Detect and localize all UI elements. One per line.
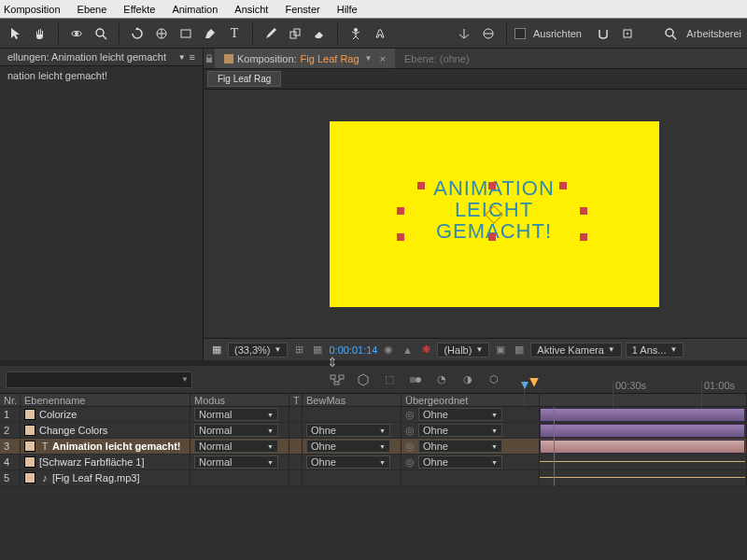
pen-tool-icon[interactable]: [200, 23, 220, 44]
pickwhip-icon[interactable]: ◎: [405, 409, 415, 421]
timecode[interactable]: 0:00:01:14: [329, 344, 377, 356]
resize-grip-icon[interactable]: ⇕: [327, 355, 338, 370]
mode-dropdown[interactable]: Normal▼: [194, 440, 278, 453]
workspace-label[interactable]: Arbeitsberei: [686, 28, 741, 39]
parent-dropdown[interactable]: Ohne▼: [418, 424, 502, 437]
fast-preview-icon[interactable]: ▣: [493, 343, 508, 356]
frame-blend-icon[interactable]: ⬚: [381, 371, 398, 388]
layer-name-cell[interactable]: Colorize: [21, 407, 190, 422]
menu-layer[interactable]: Ebene: [78, 4, 107, 15]
puppet-tool-icon[interactable]: [345, 23, 366, 44]
grid-icon[interactable]: ▦: [310, 343, 325, 356]
comp-viewer[interactable]: ANIMATION LEICHT GEMACHT!: [204, 90, 747, 338]
selection-handle[interactable]: [488, 182, 496, 189]
brush-tool-icon[interactable]: [261, 23, 281, 44]
roi-icon[interactable]: ⊞: [291, 343, 306, 356]
orbit-tool-icon[interactable]: [66, 23, 87, 44]
clone-tool-icon[interactable]: [285, 23, 305, 44]
layer-name-cell[interactable]: Change Colors: [21, 423, 190, 438]
always-preview-icon[interactable]: ▦: [209, 343, 224, 356]
layer-name-cell[interactable]: ♪[Fig Leaf Rag.mp3]: [21, 470, 190, 485]
layer-bar[interactable]: [540, 461, 745, 462]
layer-bar[interactable]: [540, 424, 745, 438]
selection-tool-icon[interactable]: [6, 23, 26, 44]
zoom-tool-icon[interactable]: [91, 23, 111, 44]
comp-tab-active[interactable]: Komposition: Fig Leaf Rag ▼ ×: [215, 49, 395, 68]
comp-canvas[interactable]: ANIMATION LEICHT GEMACHT!: [330, 121, 659, 307]
chevron-down-icon[interactable]: ▼: [365, 54, 373, 63]
pan-behind-tool-icon[interactable]: [151, 23, 172, 44]
rotate-tool-icon[interactable]: [127, 23, 148, 44]
timeline-tracks[interactable]: [540, 407, 747, 486]
col-nr[interactable]: Nr.: [0, 394, 21, 406]
parent-dropdown[interactable]: Ohne▼: [418, 455, 502, 469]
camera-dropdown[interactable]: Aktive Kamera▼: [530, 343, 621, 357]
menu-composition[interactable]: Komposition: [4, 4, 61, 15]
color-label[interactable]: [24, 456, 35, 468]
draft3d-icon[interactable]: [355, 371, 372, 388]
pickwhip-icon[interactable]: ◎: [405, 456, 415, 469]
selection-handle[interactable]: [397, 233, 404, 241]
align-checkbox[interactable]: [514, 28, 526, 39]
color-mgmt-icon[interactable]: ❋: [418, 343, 433, 356]
type-tool-icon[interactable]: T: [224, 23, 245, 44]
graph-editor-icon[interactable]: ◔: [433, 371, 450, 388]
snap-extend-icon[interactable]: [617, 23, 638, 44]
panel-menu-icon[interactable]: ≡: [190, 51, 195, 63]
trkmat-dropdown[interactable]: Ohne▼: [306, 424, 390, 437]
parent-dropdown[interactable]: Ohne▼: [418, 408, 502, 421]
views-dropdown[interactable]: 1 Ans...▼: [626, 343, 684, 357]
chevron-down-icon[interactable]: ▼: [181, 375, 189, 384]
layer-name-cell[interactable]: [Schwarz Farbfläche 1]: [21, 455, 190, 469]
selection-handle[interactable]: [580, 233, 587, 241]
panel-split-handle[interactable]: ⇕: [0, 360, 747, 366]
mode-dropdown[interactable]: Normal▼: [194, 408, 278, 421]
selection-handle[interactable]: [397, 207, 404, 215]
comp-tab-layer[interactable]: Ebene: (ohne): [395, 49, 479, 68]
effect-name[interactable]: nation leicht gemacht!: [7, 70, 107, 81]
channel-icon[interactable]: ▲: [400, 344, 415, 356]
hand-tool-icon[interactable]: [30, 23, 50, 44]
selection-handle[interactable]: [580, 207, 587, 215]
comp-subtab[interactable]: Fig Leaf Rag: [207, 71, 281, 87]
layer-name-cell[interactable]: TAnimation leicht gemacht!: [21, 439, 190, 454]
menu-effects[interactable]: Effekte: [123, 4, 155, 15]
layer-bar[interactable]: [540, 408, 745, 422]
selection-handle[interactable]: [559, 182, 567, 189]
col-trkmat[interactable]: BewMas: [303, 394, 402, 406]
motion-blur-icon[interactable]: [407, 371, 424, 388]
layer-bar[interactable]: [540, 440, 745, 454]
menu-animation[interactable]: Animation: [172, 4, 218, 15]
timeline-search-input[interactable]: [6, 371, 192, 388]
selection-handle[interactable]: [488, 233, 496, 241]
lock-icon[interactable]: [204, 49, 215, 68]
col-t[interactable]: T: [289, 394, 303, 406]
color-label[interactable]: [24, 425, 35, 436]
resolution-dropdown[interactable]: (Halb)▼: [437, 343, 489, 357]
world-axis-icon[interactable]: [478, 23, 499, 44]
menu-window[interactable]: Fenster: [285, 4, 319, 15]
rect-tool-icon[interactable]: [176, 23, 196, 44]
layer-bar[interactable]: [540, 477, 745, 478]
chevron-down-icon[interactable]: ▼: [178, 53, 186, 62]
col-mode[interactable]: Modus: [190, 394, 289, 406]
color-label[interactable]: [24, 409, 35, 420]
menu-view[interactable]: Ansicht: [234, 4, 268, 15]
local-axis-icon[interactable]: [454, 23, 474, 44]
mode-dropdown[interactable]: Normal▼: [194, 424, 278, 437]
col-name[interactable]: Ebenenname: [21, 394, 190, 406]
parent-dropdown[interactable]: Ohne▼: [418, 440, 502, 453]
zoom-dropdown[interactable]: (33,3%)▼: [228, 343, 288, 357]
eraser-tool-icon[interactable]: [309, 23, 330, 44]
col-parent[interactable]: Übergeordnet: [402, 394, 540, 406]
snapshot-icon[interactable]: ◉: [381, 343, 396, 356]
snap-icon[interactable]: [593, 23, 613, 44]
mode-dropdown[interactable]: Normal▼: [194, 455, 278, 469]
roto-tool-icon[interactable]: [370, 23, 390, 44]
pickwhip-icon[interactable]: ◎: [405, 425, 415, 437]
close-icon[interactable]: ×: [380, 53, 386, 64]
comp-flowchart-icon[interactable]: [329, 371, 345, 388]
color-label[interactable]: [24, 441, 35, 452]
selection-handle[interactable]: [417, 182, 425, 189]
pickwhip-icon[interactable]: ◎: [405, 441, 415, 453]
